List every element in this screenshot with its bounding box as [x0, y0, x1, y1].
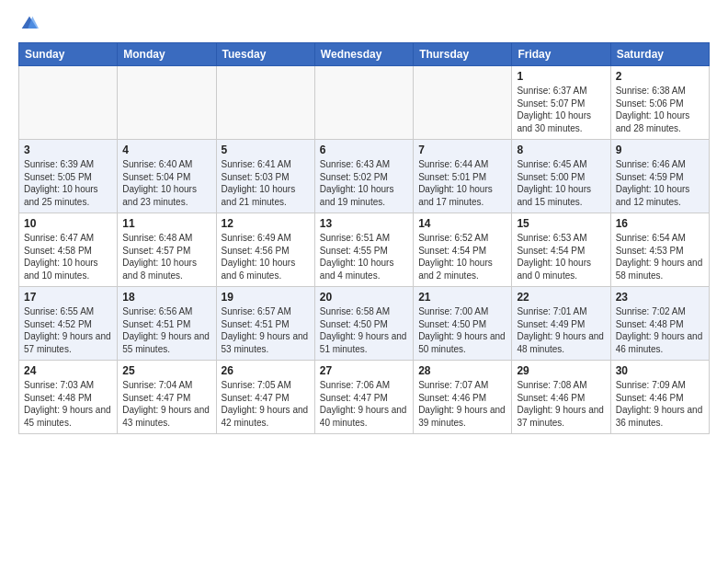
- day-info: Sunrise: 7:02 AM Sunset: 4:48 PM Dayligh…: [616, 305, 704, 355]
- calendar-week-1: 1Sunrise: 6:37 AM Sunset: 5:07 PM Daylig…: [19, 66, 710, 140]
- day-number: 5: [222, 144, 310, 156]
- calendar-week-4: 17Sunrise: 6:55 AM Sunset: 4:52 PM Dayli…: [19, 287, 710, 361]
- calendar-cell: [314, 66, 413, 140]
- weekday-header-thursday: Thursday: [414, 43, 512, 66]
- day-number: 3: [24, 144, 112, 156]
- calendar-cell: 6Sunrise: 6:43 AM Sunset: 5:02 PM Daylig…: [314, 140, 413, 213]
- calendar-cell: 19Sunrise: 6:57 AM Sunset: 4:51 PM Dayli…: [216, 287, 314, 361]
- calendar-cell: 23Sunrise: 7:02 AM Sunset: 4:48 PM Dayli…: [610, 287, 709, 361]
- calendar-cell: 28Sunrise: 7:07 AM Sunset: 4:46 PM Dayli…: [414, 361, 512, 434]
- weekday-header-monday: Monday: [118, 43, 216, 66]
- day-info: Sunrise: 6:55 AM Sunset: 4:52 PM Dayligh…: [24, 305, 112, 355]
- calendar-cell: 1Sunrise: 6:37 AM Sunset: 5:07 PM Daylig…: [512, 66, 610, 140]
- calendar-cell: [19, 66, 118, 140]
- day-info: Sunrise: 7:06 AM Sunset: 4:47 PM Dayligh…: [320, 379, 408, 429]
- day-number: 16: [616, 217, 704, 230]
- day-info: Sunrise: 6:54 AM Sunset: 4:53 PM Dayligh…: [616, 232, 704, 282]
- calendar-cell: 21Sunrise: 7:00 AM Sunset: 4:50 PM Dayli…: [414, 287, 512, 361]
- calendar-cell: 12Sunrise: 6:49 AM Sunset: 4:56 PM Dayli…: [216, 213, 314, 287]
- calendar-week-3: 10Sunrise: 6:47 AM Sunset: 4:58 PM Dayli…: [19, 213, 710, 287]
- logo-icon: [20, 15, 39, 33]
- day-info: Sunrise: 7:08 AM Sunset: 4:46 PM Dayligh…: [517, 379, 605, 429]
- weekday-header-sunday: Sunday: [19, 43, 118, 66]
- calendar-cell: 9Sunrise: 6:46 AM Sunset: 4:59 PM Daylig…: [610, 140, 709, 213]
- calendar-cell: [216, 66, 314, 140]
- calendar-cell: [414, 66, 512, 140]
- calendar-cell: 26Sunrise: 7:05 AM Sunset: 4:47 PM Dayli…: [216, 361, 314, 434]
- day-number: 2: [616, 70, 704, 83]
- calendar-week-5: 24Sunrise: 7:03 AM Sunset: 4:48 PM Dayli…: [19, 361, 710, 434]
- day-number: 10: [24, 217, 112, 230]
- day-number: 15: [517, 217, 605, 230]
- day-info: Sunrise: 6:49 AM Sunset: 4:56 PM Dayligh…: [222, 232, 310, 282]
- day-number: 26: [222, 364, 310, 377]
- day-info: Sunrise: 6:39 AM Sunset: 5:05 PM Dayligh…: [24, 158, 112, 208]
- calendar-cell: 27Sunrise: 7:06 AM Sunset: 4:47 PM Dayli…: [314, 361, 413, 434]
- calendar-cell: 8Sunrise: 6:45 AM Sunset: 5:00 PM Daylig…: [512, 140, 610, 213]
- day-info: Sunrise: 6:44 AM Sunset: 5:01 PM Dayligh…: [418, 158, 506, 208]
- day-number: 12: [222, 217, 310, 230]
- day-info: Sunrise: 7:01 AM Sunset: 4:49 PM Dayligh…: [517, 305, 605, 355]
- day-number: 18: [122, 291, 210, 304]
- header: [18, 15, 710, 33]
- day-number: 23: [616, 291, 704, 304]
- calendar-cell: 7Sunrise: 6:44 AM Sunset: 5:01 PM Daylig…: [414, 140, 512, 213]
- day-info: Sunrise: 6:40 AM Sunset: 5:04 PM Dayligh…: [122, 158, 210, 208]
- day-number: 6: [320, 144, 408, 156]
- day-number: 24: [24, 364, 112, 377]
- day-number: 9: [616, 144, 704, 156]
- weekday-header-tuesday: Tuesday: [216, 43, 314, 66]
- day-info: Sunrise: 6:51 AM Sunset: 4:55 PM Dayligh…: [320, 232, 408, 282]
- day-info: Sunrise: 7:09 AM Sunset: 4:46 PM Dayligh…: [616, 379, 704, 429]
- calendar-cell: 15Sunrise: 6:53 AM Sunset: 4:54 PM Dayli…: [512, 213, 610, 287]
- calendar-cell: 10Sunrise: 6:47 AM Sunset: 4:58 PM Dayli…: [19, 213, 118, 287]
- day-number: 21: [418, 291, 506, 304]
- calendar-week-2: 3Sunrise: 6:39 AM Sunset: 5:05 PM Daylig…: [19, 140, 710, 213]
- day-number: 4: [122, 144, 210, 156]
- calendar-cell: 17Sunrise: 6:55 AM Sunset: 4:52 PM Dayli…: [19, 287, 118, 361]
- calendar-cell: 13Sunrise: 6:51 AM Sunset: 4:55 PM Dayli…: [314, 213, 413, 287]
- day-info: Sunrise: 6:57 AM Sunset: 4:51 PM Dayligh…: [222, 305, 310, 355]
- calendar-cell: 24Sunrise: 7:03 AM Sunset: 4:48 PM Dayli…: [19, 361, 118, 434]
- day-info: Sunrise: 7:05 AM Sunset: 4:47 PM Dayligh…: [222, 379, 310, 429]
- day-number: 25: [122, 364, 210, 377]
- day-info: Sunrise: 7:07 AM Sunset: 4:46 PM Dayligh…: [418, 379, 506, 429]
- weekday-header-saturday: Saturday: [610, 43, 709, 66]
- day-number: 27: [320, 364, 408, 377]
- day-number: 11: [122, 217, 210, 230]
- day-number: 13: [320, 217, 408, 230]
- calendar-cell: 14Sunrise: 6:52 AM Sunset: 4:54 PM Dayli…: [414, 213, 512, 287]
- calendar-cell: 22Sunrise: 7:01 AM Sunset: 4:49 PM Dayli…: [512, 287, 610, 361]
- day-number: 8: [517, 144, 605, 156]
- calendar-cell: 20Sunrise: 6:58 AM Sunset: 4:50 PM Dayli…: [314, 287, 413, 361]
- day-number: 29: [517, 364, 605, 377]
- day-info: Sunrise: 6:48 AM Sunset: 4:57 PM Dayligh…: [122, 232, 210, 282]
- day-info: Sunrise: 6:41 AM Sunset: 5:03 PM Dayligh…: [222, 158, 310, 208]
- calendar-cell: 3Sunrise: 6:39 AM Sunset: 5:05 PM Daylig…: [19, 140, 118, 213]
- day-number: 30: [616, 364, 704, 377]
- day-info: Sunrise: 6:46 AM Sunset: 4:59 PM Dayligh…: [616, 158, 704, 208]
- day-info: Sunrise: 7:03 AM Sunset: 4:48 PM Dayligh…: [24, 379, 112, 429]
- calendar-header-row: SundayMondayTuesdayWednesdayThursdayFrid…: [19, 43, 710, 66]
- day-info: Sunrise: 6:43 AM Sunset: 5:02 PM Dayligh…: [320, 158, 408, 208]
- page: SundayMondayTuesdayWednesdayThursdayFrid…: [0, 0, 728, 449]
- day-info: Sunrise: 6:37 AM Sunset: 5:07 PM Dayligh…: [517, 85, 605, 134]
- calendar-cell: 11Sunrise: 6:48 AM Sunset: 4:57 PM Dayli…: [118, 213, 216, 287]
- calendar-cell: 18Sunrise: 6:56 AM Sunset: 4:51 PM Dayli…: [118, 287, 216, 361]
- day-number: 17: [24, 291, 112, 304]
- calendar-cell: 30Sunrise: 7:09 AM Sunset: 4:46 PM Dayli…: [610, 361, 709, 434]
- calendar: SundayMondayTuesdayWednesdayThursdayFrid…: [18, 42, 710, 434]
- day-info: Sunrise: 6:58 AM Sunset: 4:50 PM Dayligh…: [320, 305, 408, 355]
- day-number: 1: [517, 70, 605, 83]
- day-info: Sunrise: 6:52 AM Sunset: 4:54 PM Dayligh…: [418, 232, 506, 282]
- calendar-cell: 29Sunrise: 7:08 AM Sunset: 4:46 PM Dayli…: [512, 361, 610, 434]
- day-info: Sunrise: 6:45 AM Sunset: 5:00 PM Dayligh…: [517, 158, 605, 208]
- day-number: 28: [418, 364, 506, 377]
- calendar-cell: [118, 66, 216, 140]
- day-number: 22: [517, 291, 605, 304]
- calendar-cell: 5Sunrise: 6:41 AM Sunset: 5:03 PM Daylig…: [216, 140, 314, 213]
- day-info: Sunrise: 7:04 AM Sunset: 4:47 PM Dayligh…: [122, 379, 210, 429]
- day-number: 19: [222, 291, 310, 304]
- day-info: Sunrise: 7:00 AM Sunset: 4:50 PM Dayligh…: [418, 305, 506, 355]
- logo: [18, 15, 39, 33]
